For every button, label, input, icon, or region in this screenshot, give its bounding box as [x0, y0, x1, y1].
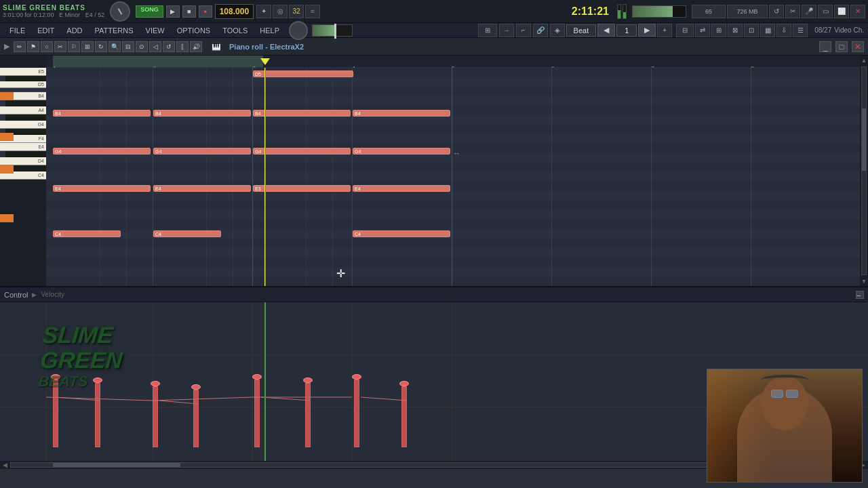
pr-tool-9[interactable]: ⊟ — [122, 41, 134, 52]
note-b4-3[interactable]: B4 — [253, 110, 351, 117]
note-g4-4[interactable]: G4 — [353, 148, 450, 155]
vel-handle-3[interactable] — [151, 381, 160, 386]
pr-tool-4[interactable]: ✂ — [54, 41, 66, 52]
rt-btn-7[interactable]: ⇩ — [776, 24, 791, 37]
master-volume[interactable] — [632, 5, 686, 18]
song-button[interactable]: SONG — [136, 5, 163, 18]
vel-handle-6[interactable] — [303, 378, 313, 383]
btn-extra-1[interactable]: ✦ — [256, 5, 271, 18]
btn-extra-4[interactable]: ≈ — [305, 5, 320, 18]
rt-btn-2[interactable]: ⇌ — [695, 24, 710, 37]
note-g4-2[interactable]: G4 — [153, 148, 251, 155]
rt-btn-3[interactable]: ⊞ — [711, 24, 726, 37]
mixer-btn-2[interactable]: → — [499, 24, 514, 37]
mixer-btn-1[interactable]: ⊞ — [478, 24, 497, 37]
rt-btn-1[interactable]: ⊟ — [676, 24, 694, 37]
scroll-down[interactable]: ▼ — [860, 277, 868, 286]
menu-file[interactable]: FILE — [4, 25, 31, 36]
pr-tool-3[interactable]: ○ — [41, 41, 53, 52]
note-e4-4[interactable]: E4 — [353, 185, 450, 192]
scroll-up[interactable]: ▲ — [860, 56, 868, 65]
scroll-thumb[interactable] — [862, 108, 866, 171]
menu-view[interactable]: VIEW — [140, 25, 170, 36]
pr-tool-7[interactable]: ↻ — [95, 41, 107, 52]
pr-close[interactable]: ✕ — [852, 41, 864, 52]
pr-minimize[interactable]: _ — [819, 41, 831, 52]
rt-btn-4[interactable]: ⊠ — [728, 24, 743, 37]
note-e3-1[interactable]: E3 — [253, 185, 351, 192]
vel-handle-8[interactable] — [399, 381, 409, 386]
play-button[interactable]: ▶ — [166, 5, 180, 18]
main-volume[interactable] — [312, 24, 353, 37]
pr-tool-1[interactable]: ✏ — [14, 41, 26, 52]
pr-tool-8[interactable]: 🔍 — [108, 41, 121, 52]
menu-options[interactable]: OPTIONS — [172, 25, 216, 36]
vel-handle-5[interactable] — [252, 374, 262, 380]
btn-r1[interactable]: ↺ — [769, 5, 784, 18]
control-collapse[interactable]: − — [856, 291, 864, 299]
vel-bar-5[interactable] — [254, 380, 260, 447]
btn-mic[interactable]: 🎤 — [802, 5, 816, 18]
note-b4-4[interactable]: B4 — [353, 110, 450, 117]
menu-edit[interactable]: EDIT — [32, 25, 60, 36]
vel-handle-7[interactable] — [352, 374, 361, 380]
note-e4-1[interactable]: E4 — [53, 185, 151, 192]
pr-tool-2[interactable]: ⚑ — [27, 41, 39, 52]
btn-extra-3[interactable]: 32 — [289, 5, 304, 18]
note-c4-2[interactable]: C4 — [153, 230, 221, 237]
pr-maximize[interactable]: □ — [835, 41, 848, 52]
pr-tool-13[interactable]: ⟦ — [176, 41, 189, 52]
pr-tool-10[interactable]: ⊙ — [136, 41, 148, 52]
rt-btn-6[interactable]: ▦ — [760, 24, 775, 37]
note-g4-3[interactable]: G4 — [253, 148, 351, 155]
beat-right[interactable]: ▶ — [638, 24, 656, 37]
rt-btn-8[interactable]: ☰ — [793, 24, 808, 37]
pr-midi-icon[interactable]: 🎹 — [212, 42, 221, 51]
pr-tool-11[interactable]: ◁ — [149, 41, 161, 52]
mixer-btn-4[interactable]: 🔗 — [533, 24, 548, 37]
pr-tool-12[interactable]: ↺ — [163, 41, 175, 52]
scroll-track[interactable] — [861, 66, 867, 275]
mixer-btn-3[interactable]: ⌐ — [516, 24, 531, 37]
menu-help[interactable]: HELP — [254, 25, 285, 36]
beat-add[interactable]: + — [657, 24, 672, 37]
vel-bar-2[interactable] — [95, 383, 100, 447]
pr-arrow[interactable]: ▶ — [4, 42, 9, 51]
right-arrow[interactable]: ▶ — [32, 291, 37, 298]
note-b4-2[interactable]: B4 — [153, 110, 251, 117]
vel-handle-1[interactable] — [51, 374, 60, 380]
btn-r2[interactable]: ✂ — [785, 5, 800, 18]
bpm-display[interactable]: 108.000 — [215, 4, 254, 19]
btn-win1[interactable]: ▭ — [818, 5, 833, 18]
note-g4-1[interactable]: G4 — [53, 148, 151, 155]
note-b4-1[interactable]: B4 — [53, 110, 151, 117]
grid-area[interactable]: 1 2 3 4 5 6 7 8 — [46, 56, 860, 286]
menu-add[interactable]: ADD — [61, 25, 87, 36]
mixer-btn-5[interactable]: ◈ — [550, 24, 565, 37]
pr-tool-5[interactable]: ⚐ — [68, 41, 80, 52]
btn-win2[interactable]: ⬜ — [834, 5, 849, 18]
vel-bar-3[interactable] — [153, 386, 158, 447]
vel-bar-8[interactable] — [401, 386, 407, 447]
scroll-left[interactable]: ◀ — [3, 462, 7, 468]
beat-left[interactable]: ◀ — [597, 24, 615, 37]
note-c4-3[interactable]: C4 — [353, 230, 450, 237]
right-scrollbar[interactable]: ▲ ▼ — [860, 56, 868, 286]
horiz-scroll-thumb[interactable] — [53, 463, 180, 467]
vel-bar-1[interactable] — [53, 380, 58, 447]
dial[interactable] — [110, 1, 130, 22]
rt-btn-5[interactable]: ⊡ — [744, 24, 759, 37]
menu-tools[interactable]: TOOLS — [217, 25, 253, 36]
menu-patterns[interactable]: PATTERNS — [90, 25, 139, 36]
vel-bar-4[interactable] — [193, 390, 199, 447]
main-dial[interactable] — [289, 21, 308, 40]
vel-bar-6[interactable] — [305, 383, 311, 447]
stop-button[interactable]: ■ — [182, 5, 196, 18]
note-c4-1[interactable]: C4 — [53, 230, 121, 237]
btn-close[interactable]: ✕ — [850, 5, 865, 18]
note-d5-1[interactable]: D5 — [253, 70, 353, 77]
btn-extra-2[interactable]: ◎ — [273, 5, 288, 18]
pr-tool-6[interactable]: ⊞ — [81, 41, 94, 52]
record-button[interactable]: ● — [199, 5, 212, 18]
vel-handle-2[interactable] — [93, 378, 102, 383]
